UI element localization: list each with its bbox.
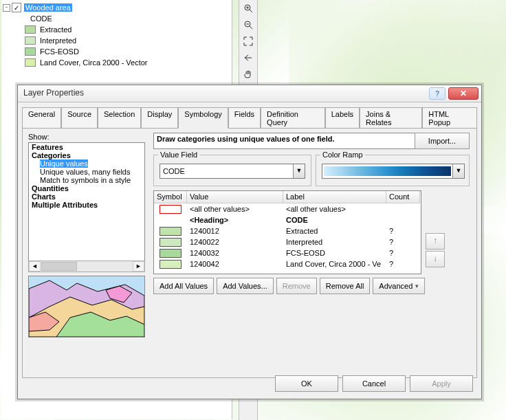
list-item-selected[interactable]: Unique values xyxy=(40,159,88,168)
color-ramp-combo[interactable]: ▼ xyxy=(322,164,465,179)
table-row[interactable]: 1240042Land Cover, Circa 2000 - Ve? xyxy=(154,258,421,269)
row-label[interactable]: CODE xyxy=(283,216,386,224)
tab-symbology[interactable]: Symbology xyxy=(178,107,228,129)
table-row[interactable]: 1240012Extracted? xyxy=(154,225,421,236)
move-up-button[interactable]: ↑ xyxy=(426,233,445,250)
prev-extent-icon[interactable] xyxy=(241,51,255,65)
tab-defquery[interactable]: Definition Query xyxy=(261,107,325,129)
layer-name[interactable]: Wooded area xyxy=(24,3,72,12)
toc-legend-row[interactable]: Land Cover, Circa 2000 - Vector xyxy=(3,57,230,68)
add-all-values-button[interactable]: Add All Values xyxy=(153,278,214,294)
grid-header: Symbol Value Label Count xyxy=(154,191,421,203)
row-label[interactable]: Land Cover, Circa 2000 - Ve xyxy=(283,260,386,268)
zoom-in-icon[interactable] xyxy=(241,1,255,15)
row-count: ? xyxy=(386,238,420,246)
table-row[interactable]: <all other values><all other values> xyxy=(154,203,421,214)
row-count: ? xyxy=(386,260,420,268)
svg-line-1 xyxy=(250,10,252,12)
row-value[interactable]: <all other values> xyxy=(187,205,283,213)
tab-display[interactable]: Display xyxy=(141,107,178,129)
list-hscrollbar[interactable]: ◄ ► xyxy=(28,261,145,272)
close-button[interactable]: ✕ xyxy=(448,87,478,100)
scroll-left-icon[interactable]: ◄ xyxy=(29,261,41,272)
apply-button[interactable]: Apply xyxy=(410,375,473,392)
layer-properties-dialog: Layer Properties ? ✕ General Source Sele… xyxy=(17,85,482,399)
tab-joins[interactable]: Joins & Relates xyxy=(360,107,422,129)
list-item[interactable]: Categories xyxy=(29,151,144,159)
row-symbol[interactable] xyxy=(154,227,187,236)
symbol-swatch xyxy=(160,249,182,258)
row-symbol[interactable] xyxy=(154,249,187,258)
list-item[interactable]: Multiple Attributes xyxy=(29,201,144,209)
tab-source[interactable]: Source xyxy=(61,107,98,129)
row-value[interactable]: <Heading> xyxy=(187,216,283,224)
symbols-grid[interactable]: Symbol Value Label Count <all other valu… xyxy=(153,190,421,274)
pan-icon[interactable] xyxy=(241,67,255,81)
row-label[interactable]: Extracted xyxy=(283,227,386,235)
col-label[interactable]: Label xyxy=(283,191,386,203)
advanced-button[interactable]: Advanced xyxy=(373,278,425,294)
list-item[interactable]: Match to symbols in a style xyxy=(29,176,144,184)
color-ramp-legend: Color Ramp xyxy=(320,151,365,159)
row-value[interactable]: 1240012 xyxy=(187,227,283,235)
tab-fields[interactable]: Fields xyxy=(228,107,261,129)
toc-legend-row[interactable]: Interpreted xyxy=(3,35,230,46)
scroll-thumb[interactable] xyxy=(41,262,77,271)
tab-htmlpopup[interactable]: HTML Popup xyxy=(422,107,477,129)
row-label[interactable]: FCS-EOSD xyxy=(283,249,386,257)
toc-attr-row[interactable]: CODE xyxy=(3,13,230,24)
dialog-titlebar[interactable]: Layer Properties ? ✕ xyxy=(18,85,481,102)
toc-legend-row[interactable]: FCS-EOSD xyxy=(3,46,230,57)
table-row[interactable]: 1240032FCS-EOSD? xyxy=(154,247,421,258)
dropdown-icon[interactable]: ▼ xyxy=(293,164,305,178)
renderer-type-list[interactable]: Features Categories Unique values Unique… xyxy=(28,142,145,262)
zoom-out-icon[interactable] xyxy=(241,18,255,32)
move-down-button[interactable]: ↓ xyxy=(426,251,445,267)
color-ramp-group: Color Ramp ▼ xyxy=(316,155,470,186)
add-values-button[interactable]: Add Values... xyxy=(217,278,274,294)
tab-selection[interactable]: Selection xyxy=(98,107,141,129)
full-extent-icon[interactable] xyxy=(241,34,255,48)
row-label[interactable]: Interpreted xyxy=(283,238,386,246)
value-field-combo[interactable]: CODE ▼ xyxy=(160,164,305,179)
values-button-row: Add All Values Add Values... Remove Remo… xyxy=(153,278,425,294)
import-button[interactable]: Import... xyxy=(415,133,470,149)
ok-button[interactable]: OK xyxy=(275,375,338,392)
row-label[interactable]: <all other values> xyxy=(283,205,386,213)
show-label: Show: xyxy=(28,133,50,141)
table-row[interactable]: 1240022Interpreted? xyxy=(154,236,421,247)
toc-legend-row[interactable]: Extracted xyxy=(3,24,230,35)
col-value[interactable]: Value xyxy=(187,191,283,203)
list-item[interactable]: Unique values, many fields xyxy=(29,168,144,176)
row-symbol[interactable] xyxy=(154,238,187,247)
legend-swatch xyxy=(25,36,36,45)
row-value[interactable]: 1240042 xyxy=(187,260,283,268)
layer-visibility-checkbox[interactable] xyxy=(12,3,21,12)
renderer-description: Draw categories using unique values of o… xyxy=(153,133,421,149)
row-symbol[interactable] xyxy=(154,205,187,214)
col-count[interactable]: Count xyxy=(386,191,420,203)
table-row[interactable]: <Heading>CODE xyxy=(154,214,421,225)
legend-swatch xyxy=(25,47,36,56)
tab-general[interactable]: General xyxy=(22,107,61,129)
app-bg: − Wooded area CODE Extracted Interpreted… xyxy=(0,0,506,420)
dropdown-icon[interactable]: ▼ xyxy=(452,164,464,178)
list-item[interactable]: Charts xyxy=(29,192,144,201)
cancel-button[interactable]: Cancel xyxy=(342,375,406,392)
list-item[interactable]: Features xyxy=(29,143,144,151)
symbology-pane: Show: Features Categories Unique values … xyxy=(22,128,477,378)
remove-all-button[interactable]: Remove All xyxy=(320,278,371,294)
row-symbol[interactable] xyxy=(154,260,187,269)
tab-labels[interactable]: Labels xyxy=(325,107,360,129)
help-button[interactable]: ? xyxy=(429,87,446,100)
col-symbol[interactable]: Symbol xyxy=(154,191,187,203)
scroll-right-icon[interactable]: ► xyxy=(133,261,144,272)
collapse-icon[interactable]: − xyxy=(3,4,10,12)
value-field-value: CODE xyxy=(160,167,293,175)
row-value[interactable]: 1240022 xyxy=(187,238,283,246)
toc-layer-row[interactable]: − Wooded area xyxy=(3,2,230,13)
remove-button[interactable]: Remove xyxy=(276,278,317,294)
list-item[interactable]: Quantities xyxy=(29,184,144,192)
value-field-group: Value Field CODE ▼ xyxy=(153,155,311,186)
row-value[interactable]: 1240032 xyxy=(187,249,283,257)
